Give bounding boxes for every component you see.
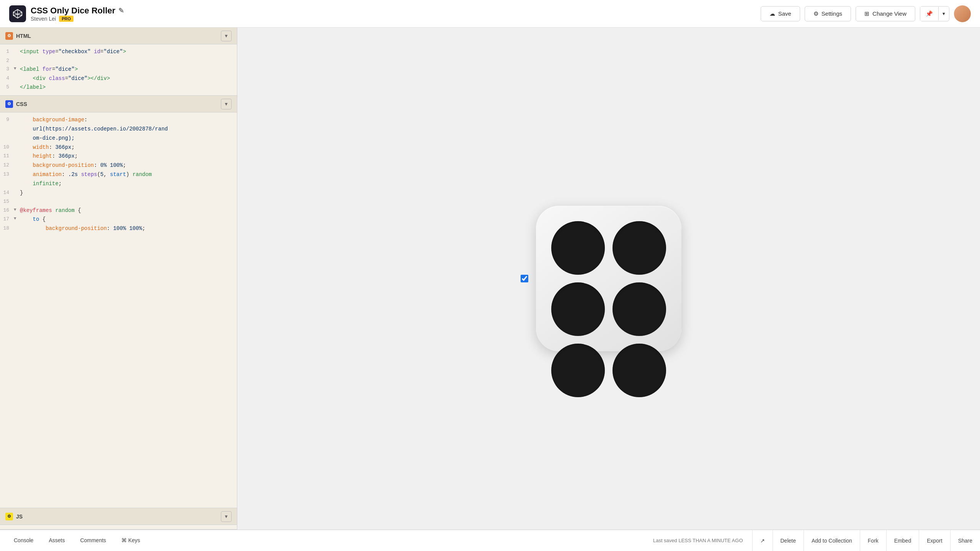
html-icon: ⚙ <box>5 32 13 40</box>
bottom-tabs: Console Assets Comments ⌘ Keys <box>0 530 148 551</box>
dot-2 <box>612 221 666 275</box>
html-line-4: 4 <div class="dice"></div> <box>0 74 237 83</box>
dice-checkbox[interactable] <box>521 275 528 282</box>
html-panel-header: ⚙ HTML ▼ <box>0 28 237 44</box>
tab-keys[interactable]: ⌘ Keys <box>114 530 148 551</box>
add-to-collection-label: Add to Collection <box>812 538 852 544</box>
js-panel: ⚙ JS ▼ <box>0 508 237 530</box>
css-collapse-button[interactable]: ▼ <box>221 99 232 109</box>
css-line-url1: url(https://assets.codepen.io/2002878/ra… <box>0 125 237 134</box>
css-line-13: 13 animation: .2s steps(5, start) random <box>0 170 237 179</box>
css-line-15: 15 <box>0 197 237 206</box>
js-panel-title: ⚙ JS <box>5 513 23 520</box>
dot-4 <box>612 282 666 336</box>
svg-line-2 <box>18 12 22 14</box>
dice-container <box>536 206 681 351</box>
css-line-14: 14 } <box>0 189 237 198</box>
topbar: CSS Only Dice Roller ✎ Steven Lei PRO ☁ … <box>0 0 980 28</box>
html-line-2: 2 <box>0 57 237 65</box>
settings-gear-icon: ⚙ <box>813 10 818 17</box>
tab-assets[interactable]: Assets <box>41 530 72 551</box>
dot-5 <box>551 344 605 397</box>
dot-3 <box>551 282 605 336</box>
avatar[interactable] <box>954 5 971 22</box>
tab-comments[interactable]: Comments <box>72 530 114 551</box>
css-line-11: 11 height: 366px; <box>0 152 237 161</box>
svg-line-5 <box>18 14 22 15</box>
export-label: Export <box>927 538 942 544</box>
svg-line-4 <box>13 14 18 15</box>
share-button[interactable]: Share <box>950 530 980 551</box>
html-panel-title: ⚙ HTML <box>5 32 31 40</box>
add-to-collection-button[interactable]: Add to Collection <box>804 530 860 551</box>
html-editor[interactable]: 1 <input type="checkbox" id="dice"> 2 3 … <box>0 44 237 95</box>
html-panel: ⚙ HTML ▼ 1 <input type="checkbox" id="di… <box>0 28 237 96</box>
css-panel: ⚙ CSS ▼ 9 background-image: url(https://… <box>0 96 237 508</box>
external-link-button[interactable]: ↗ <box>752 530 773 551</box>
keys-tab-label: ⌘ Keys <box>121 537 140 543</box>
assets-tab-label: Assets <box>49 537 65 543</box>
pin-button[interactable]: 📌 <box>920 7 938 21</box>
external-link-icon: ↗ <box>760 538 765 544</box>
html-collapse-button[interactable]: ▼ <box>221 31 232 41</box>
delete-label: Delete <box>781 538 796 544</box>
codepen-logo[interactable] <box>9 5 26 22</box>
pin-button-group: 📌 ▾ <box>920 6 949 21</box>
js-panel-header: ⚙ JS ▼ <box>0 508 237 525</box>
dot-1 <box>551 221 605 275</box>
css-line-url2: om-dice.png); <box>0 134 237 143</box>
author-name: Steven Lei <box>31 16 56 22</box>
svg-line-1 <box>13 12 18 14</box>
css-line-17: 17 ▼ to { <box>0 215 237 224</box>
console-tab-label: Console <box>14 537 33 543</box>
dice[interactable] <box>536 206 681 351</box>
css-line-16: 16 ▼ @keyframes random { <box>0 206 237 215</box>
save-button[interactable]: ☁ Save <box>761 6 800 21</box>
css-icon: ⚙ <box>5 100 13 108</box>
html-line-5: 5 </label> <box>0 83 237 92</box>
settings-label: Settings <box>822 10 842 17</box>
css-line-12: 12 background-position: 0% 100%; <box>0 161 237 170</box>
fork-label: Fork <box>868 538 879 544</box>
fork-button[interactable]: Fork <box>860 530 886 551</box>
save-status: Last saved LESS THAN A MINUTE AGO <box>644 538 752 543</box>
change-view-icon: ⊞ <box>864 10 869 17</box>
user-info: Steven Lei PRO <box>31 16 124 22</box>
avatar-image <box>954 5 971 22</box>
settings-button[interactable]: ⚙ Settings <box>805 6 851 21</box>
css-title-text: CSS <box>16 101 27 107</box>
js-icon: ⚙ <box>5 513 13 520</box>
js-collapse-button[interactable]: ▼ <box>221 511 232 522</box>
share-label: Share <box>958 538 972 544</box>
css-panel-title: ⚙ CSS <box>5 100 27 108</box>
save-label: Save <box>778 10 791 17</box>
topbar-right: ☁ Save ⚙ Settings ⊞ Change View 📌 ▾ <box>761 5 971 22</box>
bottom-right: Last saved LESS THAN A MINUTE AGO ↗ Dele… <box>644 530 980 551</box>
save-cloud-icon: ☁ <box>769 10 775 17</box>
js-title-text: JS <box>16 514 23 520</box>
css-line-9: 9 background-image: <box>0 116 237 125</box>
pin-dropdown-button[interactable]: ▾ <box>938 7 949 20</box>
project-info: CSS Only Dice Roller ✎ Steven Lei PRO <box>31 6 124 22</box>
pro-badge: PRO <box>59 16 74 22</box>
css-editor[interactable]: 9 background-image: url(https://assets.c… <box>0 112 237 508</box>
edit-icon[interactable]: ✎ <box>118 7 124 15</box>
tab-console[interactable]: Console <box>6 530 41 551</box>
embed-label: Embed <box>894 538 911 544</box>
embed-button[interactable]: Embed <box>886 530 919 551</box>
css-line-infinite: infinite; <box>0 179 237 189</box>
project-title-row: CSS Only Dice Roller ✎ <box>31 6 124 16</box>
project-title-text: CSS Only Dice Roller <box>31 6 115 16</box>
html-title-text: HTML <box>16 33 31 39</box>
change-view-button[interactable]: ⊞ Change View <box>856 6 915 21</box>
html-line-1: 1 <input type="checkbox" id="dice"> <box>0 47 237 57</box>
delete-button[interactable]: Delete <box>773 530 804 551</box>
html-line-3: 3 ▼ <label for="dice"> <box>0 65 237 74</box>
topbar-left: CSS Only Dice Roller ✎ Steven Lei PRO <box>9 5 124 22</box>
dot-6 <box>612 344 666 397</box>
css-line-10: 10 width: 366px; <box>0 143 237 152</box>
code-panels: ⚙ HTML ▼ 1 <input type="checkbox" id="di… <box>0 28 237 530</box>
export-button[interactable]: Export <box>919 530 950 551</box>
css-panel-header: ⚙ CSS ▼ <box>0 96 237 112</box>
preview-area <box>237 28 980 530</box>
